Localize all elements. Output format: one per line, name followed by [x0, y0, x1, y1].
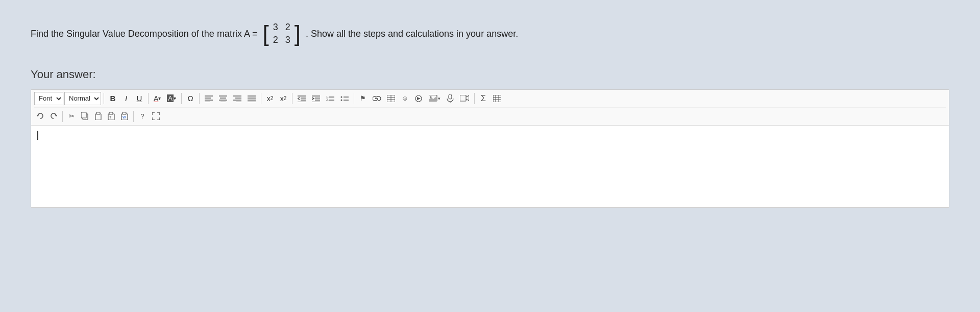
- outdent-button[interactable]: [295, 92, 308, 105]
- superscript-button[interactable]: x2: [277, 92, 289, 105]
- matrix-r1c2: 2: [285, 21, 290, 33]
- matrix-r2c2: 3: [285, 34, 290, 46]
- sep-6: [292, 93, 292, 104]
- svg-point-30: [341, 99, 342, 101]
- paste-button[interactable]: [92, 110, 104, 123]
- align-justify-button[interactable]: [245, 92, 258, 105]
- svg-rect-42: [460, 95, 466, 101]
- sep-7: [354, 93, 354, 104]
- align-right-button[interactable]: [231, 92, 244, 105]
- sep-8: [474, 93, 475, 104]
- toolbar: Font Normal B I U A ▾ A ▾: [31, 90, 949, 126]
- svg-text:T: T: [109, 115, 112, 119]
- cut-button[interactable]: ✂: [65, 110, 78, 123]
- right-bracket: ]: [295, 22, 301, 45]
- question-area: Find the Singular Value Decomposition of…: [31, 20, 949, 47]
- video-button[interactable]: [457, 92, 472, 105]
- copy-button[interactable]: [79, 110, 91, 123]
- flag-button[interactable]: ⚑: [357, 92, 369, 105]
- your-answer-label: Your answer:: [31, 68, 949, 81]
- svg-rect-51: [96, 112, 100, 114]
- fullscreen-button[interactable]: [150, 110, 162, 123]
- svg-rect-56: [122, 112, 126, 114]
- special-char-button[interactable]: Ω: [184, 92, 197, 105]
- unordered-list-button[interactable]: [338, 92, 351, 105]
- media-button[interactable]: [412, 92, 425, 105]
- undo-button[interactable]: [34, 110, 46, 123]
- toolbar-row2: ✂ T W ?: [34, 110, 162, 123]
- sep-r2-1: [62, 111, 63, 122]
- svg-rect-43: [493, 95, 501, 102]
- left-bracket: [: [262, 22, 268, 45]
- font-color-button[interactable]: A ▾: [151, 92, 163, 105]
- highlight-button[interactable]: A ▾: [164, 92, 179, 105]
- align-left-button[interactable]: [202, 92, 215, 105]
- italic-button[interactable]: I: [120, 92, 132, 105]
- svg-rect-49: [81, 112, 86, 118]
- image-button[interactable]: ▾: [426, 92, 443, 105]
- paste-word-button[interactable]: W: [118, 110, 131, 123]
- align-center-button[interactable]: [216, 92, 230, 105]
- audio-button[interactable]: [444, 92, 456, 105]
- svg-rect-53: [109, 112, 113, 114]
- matrix-grid: 3 2 2 3: [269, 20, 295, 47]
- editor-content[interactable]: [31, 126, 949, 207]
- sep-1: [104, 93, 104, 104]
- question-suffix: . Show all the steps and calculations in…: [306, 27, 518, 41]
- formula-button[interactable]: Σ: [477, 92, 489, 105]
- ordered-list-button[interactable]: 1.2.: [324, 92, 337, 105]
- redo-button[interactable]: [47, 110, 60, 123]
- indent-button[interactable]: [309, 92, 323, 105]
- more-button[interactable]: [491, 92, 504, 105]
- link-button[interactable]: [370, 92, 383, 105]
- style-select[interactable]: Normal: [64, 92, 101, 105]
- sep-4: [199, 93, 200, 104]
- underline-button[interactable]: U: [133, 92, 145, 105]
- svg-point-28: [341, 96, 342, 98]
- svg-text:W: W: [122, 115, 126, 119]
- table-button[interactable]: [384, 92, 398, 105]
- svg-rect-40: [449, 94, 452, 99]
- paste-text-button[interactable]: T: [105, 110, 117, 123]
- toolbar-row1: Font Normal B I U A ▾ A ▾: [34, 92, 946, 108]
- svg-rect-50: [95, 114, 101, 120]
- svg-text:2.: 2.: [326, 98, 329, 101]
- matrix-container: [ 3 2 2 3 ]: [262, 20, 301, 47]
- emoji-button[interactable]: ☺: [399, 92, 411, 105]
- bold-button[interactable]: B: [107, 92, 119, 105]
- matrix-r2c1: 2: [273, 34, 278, 46]
- sep-5: [261, 93, 261, 104]
- sep-3: [181, 93, 182, 104]
- subscript-button[interactable]: x2: [264, 92, 276, 105]
- help-button[interactable]: ?: [136, 110, 149, 123]
- question-prefix: Find the Singular Value Decomposition of…: [31, 27, 257, 41]
- text-cursor: [37, 131, 38, 140]
- sep-2: [148, 93, 149, 104]
- font-select[interactable]: Font: [34, 92, 63, 105]
- sep-r2-2: [133, 111, 134, 122]
- matrix-r1c1: 3: [273, 21, 278, 33]
- editor-container: Font Normal B I U A ▾ A ▾: [31, 89, 949, 208]
